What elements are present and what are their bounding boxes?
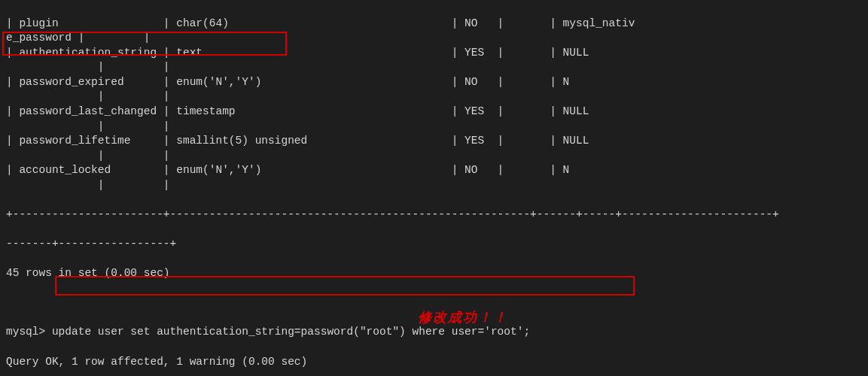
table-row-blank: | |: [6, 149, 862, 164]
rows-summary: 45 rows in set (0.00 sec): [6, 266, 862, 281]
mysql-prompt: mysql>: [6, 326, 45, 338]
table-row: | password_last_changed | timestamp | YE…: [6, 105, 862, 120]
table-separator: +-----------------------+---------------…: [6, 208, 862, 223]
table-row-blank: | |: [6, 178, 862, 193]
table-row: | authentication_string | text | YES | |…: [6, 46, 862, 61]
command-line: mysql> update user set authentication_st…: [6, 325, 862, 340]
table-row-blank: | |: [6, 60, 862, 75]
table-row: | plugin | char(64) | NO | | mysql_nativ: [6, 17, 862, 32]
table-separator-2: -------+-----------------+: [6, 237, 862, 252]
table-row-blank: | |: [6, 120, 862, 135]
query-result-ok: Query OK, 1 row affected, 1 warning (0.0…: [6, 355, 862, 370]
table-row: | password_lifetime | smallint(5) unsign…: [6, 134, 862, 149]
annotation-success: 修改成功！！: [418, 308, 508, 326]
terminal-output[interactable]: | plugin | char(64) | NO | | mysql_nativ…: [0, 0, 868, 376]
table-row: | password_expired | enum('N','Y') | NO …: [6, 75, 862, 90]
sql-update-statement: update user set authentication_string=pa…: [52, 326, 530, 338]
table-row: | account_locked | enum('N','Y') | NO | …: [6, 163, 862, 178]
table-row-blank: | |: [6, 89, 862, 105]
table-row-wrap: e_password | |: [6, 31, 862, 46]
